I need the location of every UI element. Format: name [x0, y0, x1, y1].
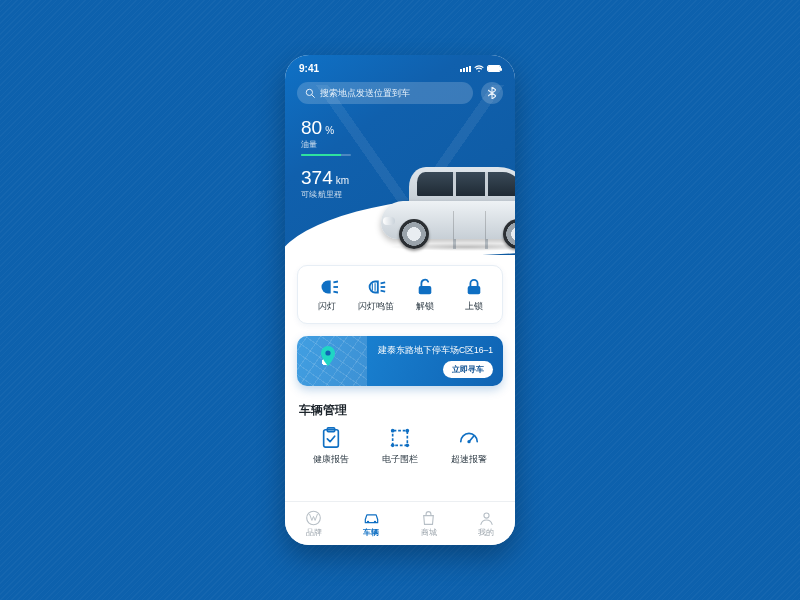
svg-point-25	[484, 513, 489, 518]
mgmt-geofence[interactable]: 电子围栏	[370, 427, 430, 466]
range-value: 374	[301, 167, 333, 188]
battery-icon	[487, 65, 501, 72]
svg-point-18	[391, 444, 395, 448]
car-image	[381, 167, 515, 249]
bluetooth-icon	[488, 87, 496, 99]
headlight-icon	[316, 278, 338, 296]
action-unlock[interactable]: 解锁	[401, 278, 449, 313]
action-flash[interactable]: 闪灯	[303, 278, 351, 313]
search-placeholder: 搜索地点发送位置到车	[320, 87, 410, 100]
headlight-horn-icon	[365, 278, 387, 296]
quick-actions: 闪灯 闪灯鸣笛 解锁 上锁	[297, 265, 503, 324]
lock-icon	[463, 278, 485, 296]
nav-me[interactable]: 我的	[458, 502, 516, 545]
nav-brand[interactable]: 品牌	[285, 502, 343, 545]
fuel-value: 80	[301, 117, 322, 138]
svg-rect-11	[467, 286, 480, 294]
bluetooth-button[interactable]	[481, 82, 503, 104]
svg-line-4	[333, 292, 338, 293]
geofence-icon	[388, 427, 412, 449]
range-unit: km	[336, 175, 349, 186]
status-time: 9:41	[299, 63, 319, 74]
clipboard-check-icon	[319, 427, 343, 449]
mgmt-speed[interactable]: 超速报警	[439, 427, 499, 466]
wifi-icon	[474, 65, 484, 73]
management-grid: 健康报告 电子围栏 超速报警	[297, 427, 503, 466]
action-label: 上锁	[465, 301, 483, 313]
mgmt-health[interactable]: 健康报告	[301, 427, 361, 466]
bag-icon	[420, 510, 437, 526]
find-car-button[interactable]: 立即寻车	[443, 361, 493, 378]
action-flash-horn[interactable]: 闪灯鸣笛	[352, 278, 400, 313]
status-bar: 9:41	[285, 55, 515, 74]
svg-point-23	[367, 520, 369, 522]
svg-line-1	[312, 95, 315, 98]
svg-line-5	[380, 282, 385, 283]
signal-icon	[460, 66, 471, 72]
fuel-bar	[301, 154, 351, 156]
fuel-label: 油量	[301, 139, 499, 150]
svg-line-7	[380, 291, 385, 292]
svg-point-24	[374, 520, 376, 522]
search-icon	[305, 88, 315, 98]
svg-point-12	[325, 350, 330, 355]
nav-label: 商城	[421, 528, 437, 538]
nav-label: 品牌	[306, 528, 322, 538]
svg-point-17	[405, 429, 409, 433]
mgmt-label: 健康报告	[313, 454, 349, 466]
unlock-icon	[414, 278, 436, 296]
nav-car[interactable]: 车辆	[343, 502, 401, 545]
fuel-stat: 80% 油量	[301, 118, 499, 156]
nav-label: 我的	[478, 528, 494, 538]
nav-mall[interactable]: 商城	[400, 502, 458, 545]
svg-rect-15	[393, 431, 408, 446]
search-input[interactable]: 搜索地点发送位置到车	[297, 82, 473, 104]
action-label: 闪灯	[318, 301, 336, 313]
svg-line-21	[469, 436, 474, 442]
car-icon	[363, 510, 380, 526]
action-label: 解锁	[416, 301, 434, 313]
location-card[interactable]: 建泰东路地下停车场C区16–1 立即寻车	[297, 336, 503, 386]
hero: 9:41 搜索地点发送位置到车 80% 油量 374km	[285, 55, 515, 255]
mgmt-label: 超速报警	[451, 454, 487, 466]
svg-line-2	[333, 282, 338, 283]
svg-rect-10	[418, 286, 431, 294]
section-title-management: 车辆管理	[299, 402, 501, 419]
gauge-icon	[457, 427, 481, 449]
svg-point-16	[391, 429, 395, 433]
brand-icon	[305, 510, 322, 526]
status-indicators	[460, 65, 501, 73]
action-label: 闪灯鸣笛	[358, 301, 394, 313]
bottom-nav: 品牌 车辆 商城 我的	[285, 501, 515, 545]
action-lock[interactable]: 上锁	[450, 278, 498, 313]
user-icon	[478, 510, 495, 526]
nav-label: 车辆	[363, 528, 379, 538]
mgmt-label: 电子围栏	[382, 454, 418, 466]
phone-frame: 9:41 搜索地点发送位置到车 80% 油量 374km	[285, 55, 515, 545]
svg-point-19	[405, 444, 409, 448]
svg-point-22	[307, 511, 321, 525]
location-address: 建泰东路地下停车场C区16–1	[378, 345, 493, 357]
fuel-unit: %	[325, 125, 334, 136]
pin-icon	[319, 346, 337, 368]
